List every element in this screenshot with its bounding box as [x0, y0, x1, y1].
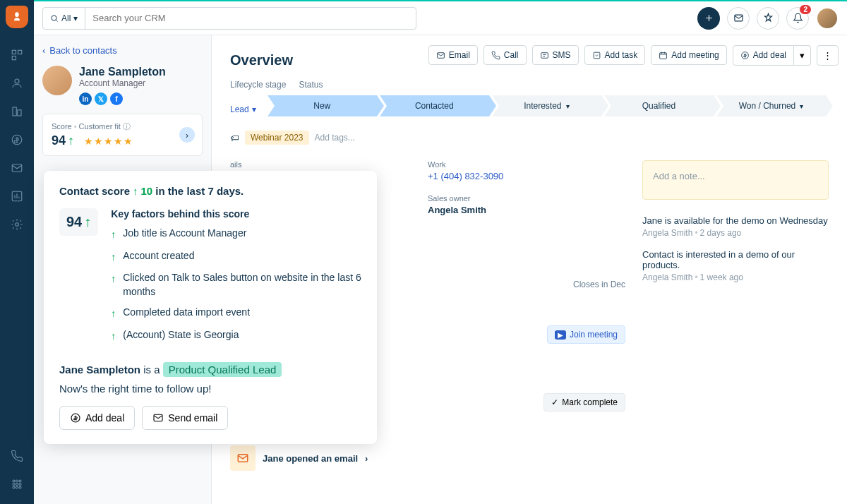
- svg-rect-4: [13, 107, 16, 116]
- svg-rect-2: [12, 56, 16, 60]
- lifecycle-dropdown[interactable]: Lead ▾: [230, 104, 256, 114]
- brand-logo: [6, 6, 28, 28]
- svg-rect-5: [18, 110, 21, 116]
- note-text: Contact is interested in a demo of our p…: [642, 249, 829, 270]
- follow-up-text: Now's the right time to follow up!: [59, 383, 361, 395]
- expand-score-icon[interactable]: ›: [179, 127, 195, 143]
- activity-text: Jane opened an email: [263, 453, 358, 464]
- chevron-down-icon: ▾: [73, 13, 78, 23]
- search-input[interactable]: [85, 13, 416, 23]
- chevron-right-icon: ›: [365, 453, 368, 464]
- nav-dashboard-icon[interactable]: [0, 41, 34, 69]
- check-icon: ✓: [551, 397, 558, 407]
- svg-point-18: [19, 486, 21, 488]
- contact-name: Jane Sampleton: [79, 66, 166, 78]
- pql-badge: Product Qualified Lead: [163, 362, 282, 377]
- stage-won-churned[interactable]: Won / Churned▾: [716, 95, 826, 116]
- notifications-button[interactable]: 2: [786, 7, 809, 30]
- nav-reports-icon[interactable]: [0, 182, 34, 210]
- topbar: All ▾ 2: [34, 0, 847, 35]
- score-card[interactable]: Score•Customer fit ⓘ 94↑ ★★★★★ ›: [42, 114, 203, 156]
- contact-phone[interactable]: +1 (404) 832-3090: [428, 171, 625, 181]
- nav-deals-icon[interactable]: [0, 126, 34, 154]
- sales-owner: Angela Smith: [428, 205, 625, 215]
- inbox-button[interactable]: [727, 7, 750, 30]
- twitter-icon[interactable]: 𝕏: [95, 92, 107, 105]
- user-avatar[interactable]: [816, 7, 839, 30]
- arrow-up-icon: ↑: [133, 185, 138, 197]
- svg-rect-1: [18, 50, 22, 54]
- arrow-up-icon: ↑: [111, 251, 116, 265]
- lifecycle-label: Lifecycle stage: [230, 80, 286, 90]
- tag-icon: 🏷: [230, 133, 239, 143]
- stage-contacted[interactable]: Contacted: [380, 95, 489, 116]
- score-value: 94↑: [52, 133, 74, 148]
- mark-complete-button[interactable]: ✓ Mark complete: [543, 393, 625, 412]
- deal-closes: Closes in Dec: [573, 280, 625, 289]
- svg-point-14: [16, 484, 18, 486]
- owner-label: Sales owner: [428, 194, 625, 203]
- arrow-up-icon: ↑: [111, 307, 116, 321]
- nav-accounts-icon[interactable]: [0, 97, 34, 126]
- svg-point-12: [19, 480, 21, 482]
- notification-badge: 2: [800, 5, 811, 14]
- arrow-up-icon: ↑: [111, 228, 116, 242]
- arrow-up-icon: ↑: [111, 330, 116, 344]
- chevron-left-icon: ‹: [42, 45, 45, 56]
- nav-apps-icon[interactable]: [0, 470, 34, 498]
- left-nav: [0, 0, 34, 504]
- overview-title: Overview: [230, 52, 829, 68]
- svg-point-15: [19, 484, 21, 486]
- search-scope-dropdown[interactable]: All ▾: [43, 8, 85, 29]
- popover-score: 94↑: [66, 214, 91, 230]
- svg-point-17: [16, 486, 18, 488]
- tag-chip[interactable]: Webinar 2023: [245, 131, 309, 145]
- video-icon: ▶: [555, 330, 566, 340]
- stage-new[interactable]: New: [268, 95, 377, 116]
- nav-contacts-icon[interactable]: [0, 69, 34, 97]
- svg-rect-28: [154, 414, 162, 421]
- emails-label: ails: [230, 160, 428, 169]
- activity-email-icon: [230, 445, 256, 471]
- back-to-contacts-link[interactable]: ‹ Back to contacts: [42, 45, 203, 56]
- score-popover: Contact score ↑ 10 in the last 7 days. 9…: [44, 171, 377, 444]
- popover-send-email-button[interactable]: Send email: [142, 406, 228, 430]
- factors-title: Key factors behind this score: [111, 208, 361, 220]
- join-meeting-button[interactable]: ▶ Join meeting: [547, 325, 625, 344]
- stage-interested[interactable]: Interested▾: [492, 95, 601, 116]
- search-scope-label: All: [61, 13, 71, 23]
- nav-phone-icon[interactable]: [0, 442, 34, 470]
- note-text: Jane is available for the demo on Wednes…: [642, 215, 829, 226]
- svg-point-9: [16, 223, 19, 227]
- svg-rect-7: [12, 164, 22, 172]
- add-tags-input[interactable]: Add tags...: [315, 133, 355, 143]
- facebook-icon[interactable]: f: [110, 92, 123, 105]
- work-label: Work: [428, 160, 625, 169]
- svg-point-10: [13, 480, 15, 482]
- svg-point-16: [13, 486, 15, 488]
- status-label: Status: [299, 80, 323, 90]
- contact-avatar: [42, 66, 72, 95]
- nav-settings-icon[interactable]: [0, 210, 34, 239]
- customer-fit-stars: ★★★★★: [84, 136, 133, 147]
- svg-point-19: [52, 16, 56, 20]
- svg-point-3: [15, 79, 19, 83]
- quick-add-button[interactable]: [697, 7, 720, 30]
- svg-rect-0: [12, 50, 16, 54]
- linkedin-icon[interactable]: in: [79, 92, 92, 105]
- popover-add-deal-button[interactable]: Add deal: [59, 406, 135, 430]
- contact-job-title: Account Manager: [79, 78, 166, 88]
- svg-point-13: [13, 484, 15, 486]
- stage-qualified[interactable]: Qualified: [604, 95, 714, 116]
- svg-point-11: [16, 480, 18, 482]
- announcements-button[interactable]: [757, 7, 779, 30]
- arrow-up-icon: ↑: [111, 272, 116, 287]
- add-note-input[interactable]: Add a note...: [642, 160, 829, 200]
- search-group: All ▾: [42, 7, 416, 30]
- nav-mail-icon[interactable]: [0, 154, 34, 182]
